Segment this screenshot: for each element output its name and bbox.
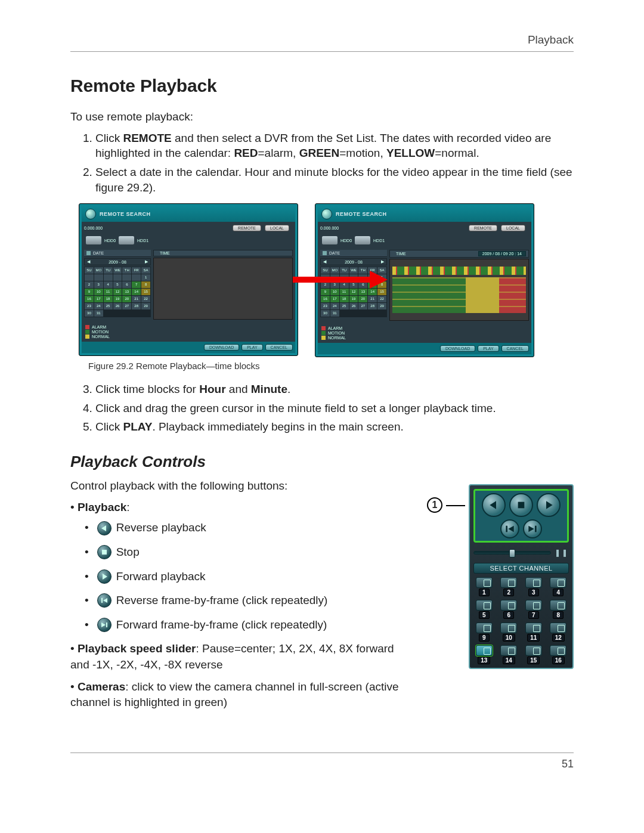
calendar-day[interactable]: 4 (340, 281, 349, 288)
calendar-day[interactable]: 7 (368, 281, 377, 288)
calendar-day[interactable]: 26 (349, 303, 358, 309)
calendar-day[interactable]: 17 (330, 296, 339, 302)
calendar-day[interactable]: 19 (349, 296, 358, 302)
calendar-day[interactable]: 20 (122, 296, 131, 302)
forward-frame-icon[interactable] (523, 519, 542, 538)
remote-button[interactable]: REMOTE (469, 225, 497, 231)
calendar-day[interactable]: 29 (141, 303, 150, 309)
calendar-day[interactable]: 28 (368, 303, 377, 309)
calendar-day[interactable]: 1 (141, 274, 150, 281)
calendar-day[interactable]: 17 (94, 296, 103, 302)
calendar-day[interactable]: 14 (132, 289, 141, 295)
calendar[interactable]: SUMOTUWETHFRSA12345678910111213141516171… (84, 267, 151, 317)
month-selector[interactable]: ◀2009 - 08▶ (84, 258, 151, 265)
calendar-day[interactable]: 16 (321, 296, 330, 302)
calendar-day[interactable]: 31 (330, 310, 339, 317)
calendar[interactable]: SUMOTUWETHFRSA12345678910111213141516171… (320, 267, 387, 317)
calendar-day[interactable]: 4 (104, 281, 113, 288)
calendar-day[interactable]: 6 (358, 281, 367, 288)
calendar-day[interactable]: 29 (377, 303, 386, 309)
month-selector[interactable]: ◀2009 - 08▶ (320, 258, 387, 265)
download-button[interactable]: DOWNLOAD (204, 344, 239, 351)
hdd-icon[interactable] (354, 236, 371, 245)
channel-12[interactable]: 12 (548, 623, 569, 642)
channel-15[interactable]: 15 (523, 645, 544, 664)
calendar-day[interactable]: 11 (104, 289, 113, 295)
local-button[interactable]: LOCAL (501, 225, 525, 231)
forward-play-icon[interactable] (537, 493, 561, 517)
calendar-day[interactable]: 13 (122, 289, 131, 295)
channel-3[interactable]: 3 (523, 577, 544, 596)
channel-9[interactable]: 9 (473, 623, 495, 642)
calendar-day[interactable]: 3 (94, 281, 103, 288)
channel-13[interactable]: 13 (473, 645, 495, 664)
calendar-day[interactable]: 6 (122, 281, 131, 288)
calendar-day[interactable]: 9 (321, 289, 330, 295)
channel-7[interactable]: 7 (523, 600, 544, 619)
calendar-day[interactable]: 9 (85, 289, 94, 295)
remote-button[interactable]: REMOTE (233, 225, 261, 231)
channel-1[interactable]: 1 (473, 577, 495, 596)
calendar-day[interactable]: 25 (340, 303, 349, 309)
calendar-day[interactable]: 10 (330, 289, 339, 295)
calendar-day[interactable]: 24 (330, 303, 339, 309)
calendar-day[interactable]: 2 (321, 281, 330, 288)
calendar-day[interactable]: 5 (349, 281, 358, 288)
hdd-icon[interactable] (321, 236, 338, 245)
calendar-day[interactable]: 10 (94, 289, 103, 295)
calendar-day[interactable]: 30 (85, 310, 94, 317)
calendar-day[interactable]: 22 (377, 296, 386, 302)
play-button[interactable]: PLAY (242, 344, 262, 351)
calendar-day[interactable]: 18 (104, 296, 113, 302)
calendar-day[interactable]: 1 (377, 274, 386, 281)
hdd-icon[interactable] (85, 236, 102, 245)
calendar-day[interactable]: 22 (141, 296, 150, 302)
play-button[interactable]: PLAY (478, 345, 499, 352)
calendar-day[interactable]: 19 (113, 296, 122, 302)
calendar-day[interactable]: 26 (113, 303, 122, 309)
hdd-icon[interactable] (118, 236, 135, 245)
channel-11[interactable]: 11 (523, 623, 544, 642)
calendar-day[interactable]: 30 (321, 310, 330, 317)
cancel-button[interactable]: CANCEL (501, 345, 529, 352)
calendar-day[interactable]: 13 (358, 289, 367, 295)
download-button[interactable]: DOWNLOAD (440, 345, 475, 352)
calendar-day[interactable]: 14 (368, 289, 377, 295)
channel-10[interactable]: 10 (499, 623, 520, 642)
calendar-day[interactable]: 3 (330, 281, 339, 288)
timeline-filled[interactable] (389, 259, 529, 321)
calendar-day[interactable]: 27 (358, 303, 367, 309)
local-button[interactable]: LOCAL (265, 225, 289, 231)
calendar-day[interactable]: 23 (321, 303, 330, 309)
stop-icon[interactable] (509, 493, 533, 517)
calendar-day[interactable]: 28 (132, 303, 141, 309)
channel-6[interactable]: 6 (499, 600, 520, 619)
calendar-day[interactable]: 18 (340, 296, 349, 302)
calendar-day[interactable]: 24 (94, 303, 103, 309)
channel-4[interactable]: 4 (548, 577, 569, 596)
channel-2[interactable]: 2 (499, 577, 520, 596)
calendar-day[interactable]: 21 (132, 296, 141, 302)
calendar-day[interactable]: 2 (85, 281, 94, 288)
calendar-day[interactable]: 15 (141, 289, 150, 295)
calendar-day[interactable]: 31 (94, 310, 103, 317)
speed-slider[interactable]: ❚❚ (473, 549, 569, 557)
calendar-day[interactable]: 11 (340, 289, 349, 295)
channel-14[interactable]: 14 (499, 645, 520, 664)
cancel-button[interactable]: CANCEL (265, 344, 293, 351)
calendar-day[interactable]: 20 (358, 296, 367, 302)
calendar-day[interactable]: 25 (104, 303, 113, 309)
calendar-day[interactable]: 16 (85, 296, 94, 302)
calendar-day[interactable]: 23 (85, 303, 94, 309)
calendar-day[interactable]: 12 (349, 289, 358, 295)
calendar-day[interactable]: 7 (132, 281, 141, 288)
calendar-day[interactable]: 12 (113, 289, 122, 295)
reverse-frame-icon[interactable] (500, 519, 519, 538)
channel-16[interactable]: 16 (548, 645, 569, 664)
calendar-day[interactable]: 15 (377, 289, 386, 295)
calendar-day[interactable]: 21 (368, 296, 377, 302)
calendar-day[interactable]: 5 (113, 281, 122, 288)
calendar-day[interactable]: 8 (141, 281, 150, 288)
calendar-day[interactable]: 8 (377, 281, 386, 288)
reverse-play-icon[interactable] (482, 493, 506, 517)
